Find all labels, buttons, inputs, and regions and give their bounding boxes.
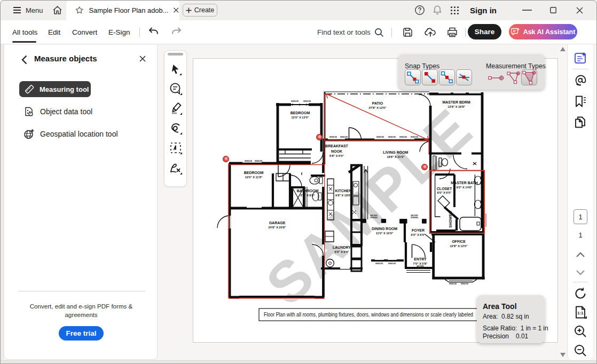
svg-text:WINDOW: WINDOW: [411, 136, 418, 138]
svg-text:12'0" X 11'8": 12'0" X 11'8": [245, 176, 263, 179]
svg-text:WINDOW: WINDOW: [388, 263, 396, 265]
svg-text:18'8" X 21'0": 18'8" X 21'0": [387, 155, 404, 159]
svg-text:7'0" X 5'8": 7'0" X 5'8": [413, 262, 428, 265]
svg-text:OPENING: OPENING: [411, 217, 419, 219]
svg-text:LAUNDRY: LAUNDRY: [333, 246, 351, 249]
svg-text:8'0" X 6'0": 8'0" X 6'0": [437, 191, 452, 194]
svg-text:WINDOW: WINDOW: [340, 136, 348, 138]
svg-text:9'0" X 14'8": 9'0" X 14'8": [457, 186, 473, 189]
svg-text:12'8" X 12'0": 12'8" X 12'0": [450, 244, 468, 248]
svg-text:NOOK: NOOK: [331, 149, 342, 153]
svg-text:6'0" X 6'0": 6'0" X 6'0": [411, 233, 426, 236]
svg-text:FOYER: FOYER: [412, 228, 425, 232]
svg-text:CLOSET: CLOSET: [437, 187, 452, 191]
svg-text:MASTER BATH: MASTER BATH: [451, 181, 477, 185]
svg-text:WINDOW: WINDOW: [291, 100, 298, 102]
svg-text:WINDOW: WINDOW: [399, 136, 407, 138]
svg-text:WINDOW: WINDOW: [303, 100, 311, 102]
svg-text:13'8" X 18'8": 13'8" X 18'8": [447, 105, 465, 108]
svg-text:12'0" X 12'0": 12'0" X 12'0": [292, 116, 309, 119]
svg-text:6'8" X 6'0": 6'8" X 6'0": [329, 154, 344, 157]
svg-text:WINDOW: WINDOW: [375, 263, 383, 265]
svg-text:ENTRY: ENTRY: [414, 257, 427, 261]
svg-text:WINDOW: WINDOW: [449, 283, 457, 285]
svg-text:BEDROOM: BEDROOM: [290, 111, 310, 115]
svg-text:GARAGE: GARAGE: [269, 221, 286, 225]
svg-text:WINDOW: WINDOW: [388, 136, 396, 138]
svg-text:BATHROOM: BATHROOM: [297, 189, 319, 193]
svg-text:27'8" X 12'0": 27'8" X 12'0": [369, 106, 387, 109]
svg-text:MASTER BDRM: MASTER BDRM: [442, 100, 470, 104]
svg-text:WINDOW: WINDOW: [245, 160, 252, 162]
svg-text:1:1: 1:1: [577, 311, 584, 315]
svg-text:PATIO: PATIO: [372, 101, 383, 105]
svg-text:LIVING ROOM: LIVING ROOM: [383, 151, 408, 154]
svg-text:WINDOW: WINDOW: [255, 160, 262, 162]
svg-text:WINDOW: WINDOW: [461, 283, 468, 285]
svg-text:Floor Plan with all rooms, plu: Floor Plan with all rooms, plumbing fixt…: [264, 311, 473, 318]
svg-text:BEDROOM: BEDROOM: [244, 171, 264, 175]
svg-text:WINDOW: WINDOW: [329, 136, 337, 138]
svg-text:9'8" X 18'8": 9'8" X 18'8": [335, 194, 351, 197]
svg-text:OFFICE: OFFICE: [452, 240, 466, 243]
svg-text:6'8" X 8'0": 6'8" X 8'0": [301, 194, 315, 197]
svg-text:DINING ROOM: DINING ROOM: [372, 227, 397, 231]
svg-text:11'0" X 10'0": 11'0" X 10'0": [376, 232, 394, 235]
svg-text:SHOWER: SHOWER: [449, 211, 452, 228]
svg-text:24'8" X 20'8": 24'8" X 20'8": [269, 226, 286, 229]
svg-text:KITCHEN: KITCHEN: [335, 189, 351, 193]
svg-text:OPENING: OPENING: [370, 217, 378, 219]
svg-text:6'0" X 9'4": 6'0" X 9'4": [335, 250, 349, 254]
svg-text:BREAKFAST: BREAKFAST: [325, 144, 349, 148]
svg-text:WINDOW: WINDOW: [376, 136, 384, 138]
svg-text:OPENING: OPENING: [417, 267, 425, 270]
